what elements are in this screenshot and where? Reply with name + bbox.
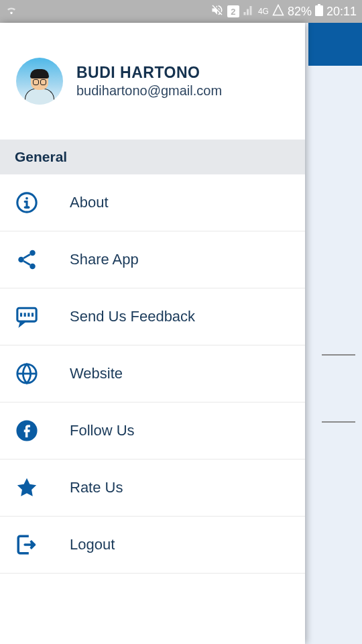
signal-icon bbox=[243, 4, 255, 19]
svg-point-6 bbox=[18, 257, 24, 263]
navigation-drawer: BUDI HARTONO budihartono@gmail.com Gener… bbox=[0, 23, 305, 644]
network-label: 4G bbox=[258, 7, 269, 15]
facebook-icon bbox=[15, 419, 39, 443]
profile-name: BUDI HARTONO bbox=[76, 64, 222, 82]
app-bar bbox=[308, 23, 362, 66]
menu-item-label: Rate Us bbox=[70, 479, 123, 496]
profile-header[interactable]: BUDI HARTONO budihartono@gmail.com bbox=[0, 23, 305, 140]
menu-list: About Share App Send Us Feedback Website bbox=[0, 174, 305, 574]
info-icon bbox=[15, 191, 39, 215]
menu-item-label: Share App bbox=[70, 251, 139, 268]
svg-line-8 bbox=[23, 261, 30, 265]
battery-icon bbox=[315, 4, 323, 19]
svg-rect-2 bbox=[318, 4, 320, 5]
share-icon bbox=[15, 248, 39, 272]
svg-point-0 bbox=[11, 12, 13, 14]
menu-item-feedback[interactable]: Send Us Feedback bbox=[0, 288, 305, 345]
menu-item-share[interactable]: Share App bbox=[0, 231, 305, 288]
battery-label: 82% bbox=[288, 5, 312, 19]
menu-item-label: Website bbox=[70, 365, 123, 382]
sim-icon: 2 bbox=[227, 5, 239, 17]
logout-icon bbox=[15, 533, 39, 557]
star-icon bbox=[15, 476, 39, 500]
menu-item-logout[interactable]: Logout bbox=[0, 517, 305, 574]
menu-item-about[interactable]: About bbox=[0, 174, 305, 231]
menu-item-label: Logout bbox=[70, 536, 115, 553]
signal-icon-2 bbox=[272, 4, 284, 19]
menu-item-label: Follow Us bbox=[70, 422, 135, 439]
mute-icon bbox=[210, 3, 224, 20]
time-label: 20:11 bbox=[326, 5, 357, 19]
menu-item-follow[interactable]: Follow Us bbox=[0, 402, 305, 460]
background-content bbox=[311, 66, 362, 644]
section-header-general: General bbox=[0, 140, 305, 174]
menu-item-rate[interactable]: Rate Us bbox=[0, 460, 305, 517]
svg-rect-1 bbox=[315, 5, 323, 16]
status-bar: 2 4G 82% 20:11 bbox=[0, 0, 362, 23]
menu-item-website[interactable]: Website bbox=[0, 345, 305, 402]
wifi-icon bbox=[5, 4, 17, 19]
svg-line-9 bbox=[23, 254, 30, 258]
menu-item-label: Send Us Feedback bbox=[70, 308, 195, 325]
feedback-icon bbox=[15, 305, 39, 329]
svg-point-7 bbox=[29, 264, 36, 270]
svg-point-4 bbox=[25, 197, 28, 200]
menu-item-label: About bbox=[70, 194, 109, 211]
profile-email: budihartono@gmail.com bbox=[76, 83, 222, 99]
avatar bbox=[16, 58, 63, 105]
svg-point-5 bbox=[29, 250, 36, 256]
globe-icon bbox=[15, 362, 39, 386]
